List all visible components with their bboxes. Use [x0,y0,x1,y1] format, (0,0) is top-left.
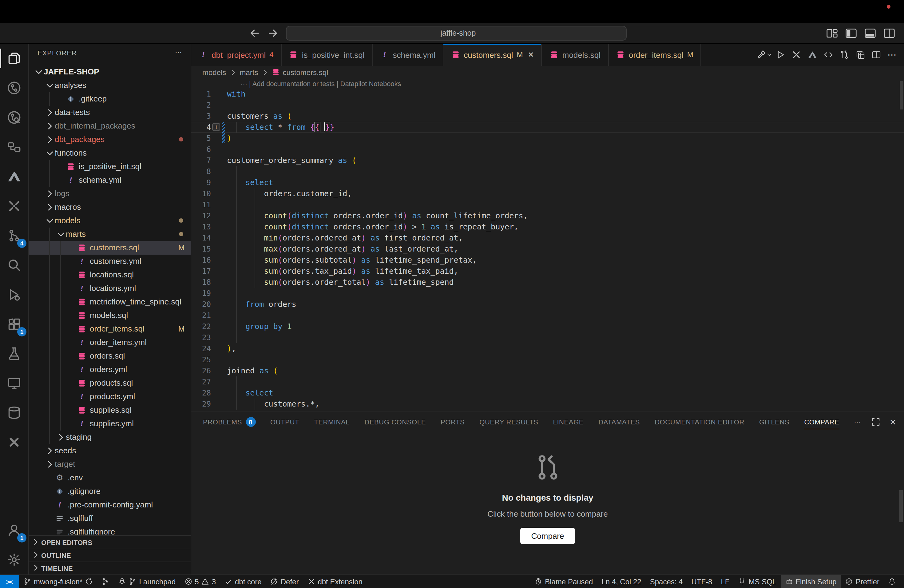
code-line-29[interactable]: 29 customers.*, [191,398,904,409]
code-line-26[interactable]: 26joined as ( [191,365,904,376]
panel-tab-query-results[interactable]: QUERY RESULTS [473,411,545,432]
panel-tab-lineage[interactable]: LINEAGE [547,411,591,432]
code-line-7[interactable]: 7customer_orders_summary as ( [191,155,904,166]
breadcrumb[interactable]: models marts customers.sql [191,66,904,79]
close-panel-icon[interactable]: ✕ [886,415,900,429]
breadcrumb-item[interactable]: marts [240,68,258,77]
tree-item-schema-yml[interactable]: !schema.yml [29,174,191,187]
panel-tab-ports[interactable]: PORTS [434,411,471,432]
tree-item-jaffle-shop[interactable]: JAFFLE-SHOP [29,65,191,79]
activity-item-source-control[interactable]: 4 [0,221,28,250]
status-eol[interactable]: LF [716,575,734,588]
tree-item-marts[interactable]: marts [29,228,191,241]
tree-item-seeds[interactable]: seeds [29,444,191,458]
activity-item-explorer[interactable] [0,44,28,73]
maximize-panel-icon[interactable] [869,415,882,429]
tree-item-gitignore[interactable]: .gitignore [29,485,191,498]
panel-tab-terminal[interactable]: TERMINAL [307,411,356,432]
activity-item-extension-x[interactable] [0,427,28,457]
forward-icon[interactable] [267,27,279,39]
tree-item-env[interactable]: ⚙.env [29,471,191,485]
activity-item-lineage-view[interactable] [0,132,28,162]
tree-item-orders-yml[interactable]: !orders.yml [29,363,191,376]
action-query-table[interactable] [853,48,867,62]
tree-item-order-items-sql[interactable]: order_items.sqlM [29,322,191,336]
section-outline[interactable]: OUTLINE [29,548,191,561]
tree-item-pre-commit-config-yaml[interactable]: !.pre-commit-config.yaml [29,498,191,512]
code-line-1[interactable]: 1with [191,89,904,100]
tree-item-target[interactable]: target [29,458,191,471]
code-line-16[interactable]: 16 sum(orders.subtotal) as lifetime_spen… [191,254,904,266]
tab-customers-sql[interactable]: customers.sqlM✕ [443,44,542,66]
code-line-17[interactable]: 17 sum(orders.tax_paid) as lifetime_tax_… [191,266,904,277]
status-indentation[interactable]: Spaces: 4 [646,575,687,588]
activity-item-datapilot[interactable] [0,162,28,191]
activity-item-mssql[interactable] [0,398,28,427]
status-branch[interactable]: mwong-fusion* [19,575,98,588]
action-datapilot[interactable] [806,48,819,62]
tree-item-order-items-yml[interactable]: !order_items.yml [29,336,191,349]
code-line-3[interactable]: 3customers as ( [191,111,904,122]
tree-item-supplies-sql[interactable]: supplies.sql [29,403,191,417]
section-open-editors[interactable]: OPEN EDITORS [29,536,191,548]
tree-item-orders-sql[interactable]: orders.sql [29,349,191,363]
code-line-23[interactable]: 23 [191,332,904,343]
tree-item-gitkeep[interactable]: .gitkeep [29,92,191,106]
action-more[interactable]: ⋯ [885,48,899,62]
tab-schema-yml[interactable]: !schema.yml [372,44,443,66]
status-dbt-core[interactable]: dbt core [220,575,266,588]
activity-item-settings[interactable] [0,545,28,574]
action-build-tools[interactable] [758,48,771,62]
code-line-27[interactable]: 27 [191,376,904,387]
code-line-6[interactable]: 6 [191,144,904,155]
code-line-10[interactable]: 10 orders.customer_id, [191,188,904,199]
tree-item-models-sql[interactable]: models.sql [29,309,191,322]
tab-dbt-project-yml[interactable]: !dbt_project.yml4 [191,44,282,66]
status-remote[interactable]: >< [0,575,19,588]
tree-item-products-sql[interactable]: products.sql [29,376,191,390]
codelens-actions[interactable]: ⋯ | Add documentation or tests | Datapil… [191,79,904,89]
activity-item-remote-explorer[interactable] [0,368,28,398]
panel-tab-datamates[interactable]: DATAMATES [592,411,646,432]
tree-item-sqlfluffignore[interactable]: .sqlfluffignore [29,525,191,535]
code-editor[interactable]: ⋯ | Add documentation or tests | Datapil… [191,79,904,411]
status-encoding[interactable]: UTF-8 [687,575,716,588]
activity-item-gitlens-inspect[interactable] [0,103,28,132]
customize-layout-icon[interactable] [826,27,838,39]
toggle-sidebar-left-icon[interactable] [845,27,857,39]
activity-item-extensions[interactable]: 1 [0,309,28,339]
tab-order-items-sql[interactable]: order_items.sqlM [608,44,702,66]
tree-item-supplies-yml[interactable]: !supplies.yml [29,417,191,430]
tree-item-macros[interactable]: macros [29,201,191,214]
section-timeline[interactable]: TIMELINE [29,561,191,574]
code-line-14[interactable]: 14 min(orders.ordered_at) as first_order… [191,232,904,243]
action-code-preview[interactable] [822,48,835,62]
code-line-20[interactable]: 20 from orders [191,299,904,310]
compare-button[interactable]: Compare [520,528,575,544]
code-line-11[interactable]: 11 [191,199,904,210]
tree-item-sqlfluff[interactable]: .sqlfluff [29,512,191,525]
tree-item-dbt-packages[interactable]: dbt_packages [29,133,191,146]
code-line-2[interactable]: 2 [191,100,904,111]
tree-item-models[interactable]: models [29,214,191,228]
panel-tab-debug-console[interactable]: DEBUG CONSOLE [357,411,433,432]
code-line-4[interactable]: 4+ select * from {{ }} [191,122,904,133]
tree-item-products-yml[interactable]: !products.yml [29,390,191,403]
action-run[interactable] [774,48,787,62]
code-line-21[interactable]: 21 [191,310,904,321]
code-line-15[interactable]: 15 max(orders.ordered_at) as last_ordere… [191,243,904,254]
panel-tab-problems[interactable]: PROBLEMS8 [196,411,262,432]
tree-item-data-tests[interactable]: data-tests [29,106,191,119]
code-line-28[interactable]: 28 select [191,387,904,398]
tree-item-functions[interactable]: functions [29,146,191,160]
panel-tab-documentation-editor[interactable]: DOCUMENTATION EDITOR [648,411,751,432]
status-defer[interactable]: Defer [266,575,303,588]
tree-item-logs[interactable]: logs [29,187,191,201]
panel-scrollbar[interactable] [899,490,903,522]
status-finish-setup[interactable]: Finish Setup [781,575,841,588]
code-line-24[interactable]: 24), [191,343,904,354]
tree-item-customers-sql[interactable]: customers.sqlM [29,241,191,254]
tree-item-metricflow-time-spine-sql[interactable]: metricflow_time_spine.sql [29,295,191,309]
code-line-9[interactable]: 9 select [191,177,904,188]
status-blame[interactable]: Blame Paused [530,575,597,588]
